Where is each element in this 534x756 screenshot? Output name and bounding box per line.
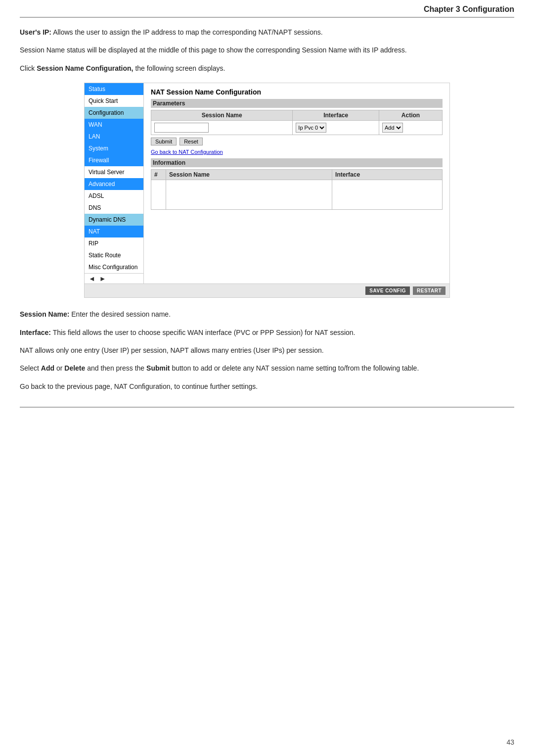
sidebar-label-advanced: Advanced	[89, 181, 115, 188]
interface-bold: Interface:	[20, 329, 51, 336]
parameters-table: Session Name Interface Action	[151, 110, 443, 135]
action-select[interactable]: Add	[382, 123, 403, 133]
sidebar-item-system[interactable]: System	[85, 142, 143, 154]
restart-button[interactable]: RESTART	[413, 286, 445, 295]
sidebar-item-staticroute[interactable]: Static Route	[85, 249, 143, 261]
sidebar-item-firewall[interactable]: Firewall	[85, 154, 143, 166]
main-content-area: NAT Session Name Configuration Parameter…	[144, 83, 449, 284]
chapter-title: Chapter 3 Configuration	[424, 5, 514, 13]
sidebar-label-staticroute: Static Route	[89, 252, 121, 259]
session-name-input[interactable]	[154, 123, 209, 133]
sidebar-item-virtualserver[interactable]: Virtual Server	[85, 166, 143, 178]
go-back-text: Go back to the previous page, NAT Config…	[20, 382, 258, 390]
parameters-label: Parameters	[151, 99, 443, 108]
sidebar-item-wan[interactable]: WAN	[85, 119, 143, 131]
users-ip-bold: User's IP:	[20, 28, 51, 36]
sidebar-item-configuration[interactable]: Configuration	[85, 107, 143, 119]
body-para-1: Session Name: Enter the desired session …	[20, 309, 514, 320]
session-name-config-bold: Session Name Configuration,	[37, 64, 133, 72]
submit-bold: Submit	[146, 364, 170, 372]
sidebar-label-lan: LAN	[89, 133, 100, 140]
submit-row: Submit Reset	[151, 137, 443, 145]
body-para-3: NAT allows only one entry (User IP) per …	[20, 345, 514, 356]
save-config-button[interactable]: SAVE CONFIG	[365, 286, 410, 295]
sidebar-label-miscconfig: Misc Configuration	[89, 264, 137, 271]
chapter-header: Chapter 3 Configuration	[20, 0, 514, 18]
sidebar-item-lan[interactable]: LAN	[85, 131, 143, 142]
col-header-action: Action	[379, 110, 442, 121]
sidebar-label-status: Status	[89, 86, 105, 93]
nat-allows-text: NAT allows only one entry (User IP) per …	[20, 346, 324, 354]
bottom-bar: SAVE CONFIG RESTART	[85, 284, 449, 297]
session-name-bold: Session Name:	[20, 310, 69, 318]
submit-button[interactable]: Submit	[151, 138, 177, 145]
interface-select[interactable]: Ip Pvc 0	[296, 123, 326, 133]
sidebar: Status Quick Start Configuration WAN LAN…	[85, 83, 144, 284]
session-name-desc: Enter the desired session name.	[71, 310, 171, 318]
sidebar-item-status[interactable]: Status	[85, 83, 143, 95]
interface-desc: This field allows the user to choose spe…	[53, 329, 356, 336]
sidebar-label-dns: DNS	[89, 204, 101, 211]
body-para-2: Interface: This field allows the user to…	[20, 327, 514, 338]
intro-paragraph-2: Session Name status will be displayed at…	[20, 45, 514, 55]
info-col-num: #	[151, 170, 166, 180]
session-name-status-text: Session Name status will be displayed at…	[20, 46, 407, 54]
sidebar-item-adsl[interactable]: ADSL	[85, 190, 143, 202]
scroll-right-icon[interactable]: ►	[97, 275, 108, 283]
info-empty-row	[151, 180, 443, 210]
or-text: or	[56, 364, 64, 372]
delete-bold: Delete	[64, 364, 85, 372]
submit-suffix: button to add or delete any NAT session …	[172, 364, 419, 372]
sidebar-label-adsl: ADSL	[89, 192, 104, 199]
body-para-4: Select Add or Delete and then press the …	[20, 363, 514, 374]
go-back-link[interactable]: Go back to NAT Configuration	[151, 149, 223, 155]
sidebar-item-rip[interactable]: RIP	[85, 237, 143, 249]
info-empty-session	[166, 180, 332, 210]
information-label: Information	[151, 158, 443, 167]
screenshot-container: Status Quick Start Configuration WAN LAN…	[84, 83, 450, 298]
click-prefix: Click	[20, 64, 37, 72]
intro-paragraph-3: Click Session Name Configuration, the fo…	[20, 63, 514, 74]
select-prefix: Select	[20, 364, 41, 372]
info-empty-num	[151, 180, 166, 210]
scroll-left-icon[interactable]: ◄	[87, 275, 97, 283]
sidebar-item-dns[interactable]: DNS	[85, 202, 143, 214]
sidebar-item-advanced[interactable]: Advanced	[85, 178, 143, 190]
bottom-rule	[20, 407, 514, 408]
col-header-session-name: Session Name	[151, 110, 293, 121]
session-name-cell	[151, 121, 293, 135]
sidebar-label-firewall: Firewall	[89, 157, 109, 164]
sidebar-label-wan: WAN	[89, 121, 102, 128]
page-number: 43	[506, 738, 514, 746]
sidebar-label-system: System	[89, 145, 108, 152]
nat-session-title: NAT Session Name Configuration	[151, 88, 443, 96]
sidebar-label-virtualserver: Virtual Server	[89, 169, 124, 176]
then-press: and then press the	[87, 364, 146, 372]
interface-cell: Ip Pvc 0	[293, 121, 379, 135]
info-col-interface: Interface	[332, 170, 443, 180]
sidebar-item-miscconfig[interactable]: Misc Configuration	[85, 261, 143, 273]
sidebar-label-nat: NAT	[89, 228, 100, 235]
intro-paragraph-1: User's IP: Allows the user to assign the…	[20, 27, 514, 38]
info-col-sessionname: Session Name	[166, 170, 332, 180]
info-empty-interface	[332, 180, 443, 210]
screenshot-inner: Status Quick Start Configuration WAN LAN…	[85, 83, 449, 284]
go-back-link-container: Go back to NAT Configuration	[151, 147, 443, 155]
sidebar-item-quickstart[interactable]: Quick Start	[85, 95, 143, 107]
sidebar-label-dynamicdns: Dynamic DNS	[89, 216, 126, 223]
action-cell: Add	[379, 121, 442, 135]
sidebar-item-dynamicdns[interactable]: Dynamic DNS	[85, 214, 143, 226]
col-header-interface: Interface	[293, 110, 379, 121]
information-table: # Session Name Interface	[151, 169, 443, 210]
users-ip-text: Allows the user to assign the IP address…	[53, 28, 323, 36]
add-bold: Add	[41, 364, 54, 372]
reset-button[interactable]: Reset	[179, 138, 203, 145]
sidebar-bottom-nav: ◄ ►	[85, 273, 143, 284]
sidebar-label-rip: RIP	[89, 240, 98, 247]
sidebar-item-nat[interactable]: NAT	[85, 226, 143, 237]
params-input-row: Ip Pvc 0 Add	[151, 121, 443, 135]
click-suffix: the following screen displays.	[135, 64, 225, 72]
body-para-5: Go back to the previous page, NAT Config…	[20, 381, 514, 392]
sidebar-label-quickstart: Quick Start	[89, 97, 118, 104]
sidebar-label-configuration: Configuration	[89, 109, 124, 116]
